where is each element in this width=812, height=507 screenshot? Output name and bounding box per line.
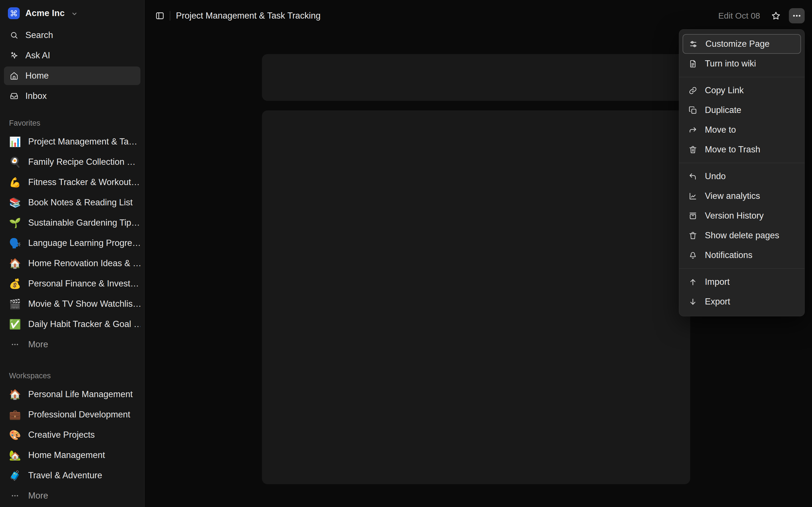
menu-item-duplicate[interactable]: Duplicate bbox=[682, 100, 801, 120]
menu-item-view-analytics[interactable]: View analytics bbox=[682, 186, 801, 206]
money-bag-emoji-icon: 💰 bbox=[9, 279, 21, 288]
menu-item-copy-link[interactable]: Copy Link bbox=[682, 80, 801, 100]
favorites-title: Favorites bbox=[0, 119, 144, 128]
speaking-head-emoji-icon: 🗣️ bbox=[9, 238, 21, 248]
topbar-divider bbox=[170, 11, 170, 20]
page-options-button[interactable] bbox=[789, 8, 805, 23]
menu-item-turn-into-wiki[interactable]: Turn into wiki bbox=[682, 54, 801, 73]
luggage-emoji-icon: 🧳 bbox=[9, 471, 21, 480]
favorite-item[interactable]: 💰 Personal Finance & Invest… bbox=[0, 274, 144, 294]
sidebar-item-label: Ask AI bbox=[26, 50, 50, 61]
house-emoji-icon: 🏠 bbox=[9, 259, 21, 268]
menu-item-import[interactable]: Import bbox=[682, 272, 801, 292]
workspaces-title: Workspaces bbox=[0, 372, 144, 380]
trash-icon bbox=[688, 145, 698, 154]
favorites-section: Favorites 📊 Project Management & Ta… 🍳 F… bbox=[0, 119, 144, 355]
content-block-placeholder bbox=[262, 110, 690, 484]
ellipsis-icon bbox=[792, 11, 802, 20]
app-window: Acme Inc Search Ask AI bbox=[0, 0, 812, 507]
menu-section: Undo View analytics Version History Show… bbox=[679, 163, 804, 269]
dots-horizontal-icon bbox=[9, 492, 21, 500]
bell-icon bbox=[688, 251, 698, 260]
home-icon bbox=[10, 71, 18, 80]
workspace-item[interactable]: 💼 Professional Development bbox=[0, 404, 144, 425]
sidebar-nav: Search Ask AI Home Inbox bbox=[0, 26, 144, 105]
workspace-switcher[interactable]: Acme Inc bbox=[0, 0, 144, 26]
analytics-chart-icon bbox=[688, 191, 698, 201]
sliders-icon bbox=[689, 40, 698, 49]
page-options-menu: Customize Page Turn into wiki Copy Link bbox=[679, 29, 805, 316]
menu-item-move-to[interactable]: Move to bbox=[682, 120, 801, 140]
link-icon bbox=[688, 86, 698, 95]
search-icon bbox=[10, 31, 18, 40]
chevron-down-icon bbox=[71, 10, 78, 17]
sidebar-item-inbox[interactable]: Inbox bbox=[4, 87, 140, 105]
favorite-item[interactable]: ✅ Daily Habit Tracker & Goal … bbox=[0, 314, 144, 334]
undo-icon bbox=[688, 172, 698, 181]
sidebar-item-search[interactable]: Search bbox=[4, 26, 140, 45]
menu-item-notifications[interactable]: Notifications bbox=[682, 245, 801, 265]
favorite-item[interactable]: 🏠 Home Renovation Ideas & … bbox=[0, 253, 144, 274]
sidebar-item-label: Home bbox=[26, 71, 49, 81]
menu-item-version-history[interactable]: Version History bbox=[682, 206, 801, 226]
last-edited-label: Edit Oct 08 bbox=[718, 11, 760, 20]
sidebar-item-label: Search bbox=[26, 30, 53, 40]
workspace-item[interactable]: 🏡 Home Management bbox=[0, 445, 144, 465]
workspace-item[interactable]: 🏠 Personal Life Management bbox=[0, 384, 144, 404]
favorite-item[interactable]: 🍳 Family Recipe Collection … bbox=[0, 152, 144, 172]
books-emoji-icon: 📚 bbox=[9, 198, 21, 207]
sidebar-item-home[interactable]: Home bbox=[4, 66, 140, 85]
star-icon bbox=[771, 11, 781, 21]
menu-section: Import Export bbox=[679, 269, 804, 315]
seedling-emoji-icon: 🌱 bbox=[9, 218, 21, 228]
menu-item-undo[interactable]: Undo bbox=[682, 166, 801, 186]
muscle-emoji-icon: 💪 bbox=[9, 177, 21, 187]
menu-item-show-delete-pages[interactable]: Show delete pages bbox=[682, 226, 801, 245]
document-icon bbox=[688, 59, 698, 68]
workspace-logo bbox=[8, 7, 20, 19]
version-history-icon bbox=[688, 211, 698, 221]
sidebar-toggle-button[interactable] bbox=[155, 11, 165, 20]
favorite-item[interactable]: 📊 Project Management & Ta… bbox=[0, 131, 144, 152]
workspace-item[interactable]: 🧳 Travel & Adventure bbox=[0, 465, 144, 486]
house-emoji-icon: 🏠 bbox=[9, 390, 21, 399]
trash-icon bbox=[688, 231, 698, 240]
workspace-item[interactable]: 🎨 Creative Projects bbox=[0, 425, 144, 445]
duplicate-icon bbox=[688, 106, 698, 115]
inbox-icon bbox=[10, 92, 18, 101]
menu-section: Copy Link Duplicate Move to Move to Tras… bbox=[679, 77, 804, 163]
topbar: Project Management & Task Tracking Edit … bbox=[145, 0, 812, 32]
favorite-star-button[interactable] bbox=[771, 11, 781, 21]
command-icon bbox=[10, 10, 17, 17]
bar-chart-emoji-icon: 📊 bbox=[9, 137, 21, 147]
menu-item-move-to-trash[interactable]: Move to Trash bbox=[682, 140, 801, 159]
favorite-item[interactable]: 🗣️ Language Learning Progre… bbox=[0, 233, 144, 253]
move-to-arrow-icon bbox=[688, 125, 698, 135]
favorite-item[interactable]: 💪 Fitness Tracker & Workout… bbox=[0, 172, 144, 192]
menu-item-export[interactable]: Export bbox=[682, 292, 801, 312]
favorites-more-button[interactable]: More bbox=[0, 334, 144, 355]
menu-section: Customize Page Turn into wiki bbox=[679, 31, 804, 77]
panel-left-icon bbox=[155, 11, 165, 20]
favorite-item[interactable]: 🌱 Sustainable Gardening Tip… bbox=[0, 213, 144, 233]
content-block-placeholder bbox=[262, 54, 690, 101]
sparkles-icon bbox=[10, 51, 18, 60]
menu-item-customize-page[interactable]: Customize Page bbox=[682, 34, 801, 54]
arrow-down-icon bbox=[688, 297, 698, 306]
page-title: Project Management & Task Tracking bbox=[176, 11, 320, 21]
clapper-emoji-icon: 🎬 bbox=[9, 299, 21, 309]
palette-emoji-icon: 🎨 bbox=[9, 430, 21, 440]
workspaces-more-button[interactable]: More bbox=[0, 486, 144, 506]
check-emoji-icon: ✅ bbox=[9, 320, 21, 329]
briefcase-emoji-icon: 💼 bbox=[9, 410, 21, 419]
sidebar-item-ask-ai[interactable]: Ask AI bbox=[4, 46, 140, 65]
workspace-name: Acme Inc bbox=[26, 8, 64, 18]
arrow-up-icon bbox=[688, 277, 698, 287]
house-garden-emoji-icon: 🏡 bbox=[9, 450, 21, 460]
favorite-item[interactable]: 📚 Book Notes & Reading List bbox=[0, 192, 144, 213]
dots-horizontal-icon bbox=[9, 340, 21, 349]
cooking-emoji-icon: 🍳 bbox=[9, 157, 21, 167]
workspaces-section: Workspaces 🏠 Personal Life Management 💼 … bbox=[0, 372, 144, 506]
sidebar: Acme Inc Search Ask AI bbox=[0, 0, 145, 507]
favorite-item[interactable]: 🎬 Movie & TV Show Watchlis… bbox=[0, 294, 144, 314]
